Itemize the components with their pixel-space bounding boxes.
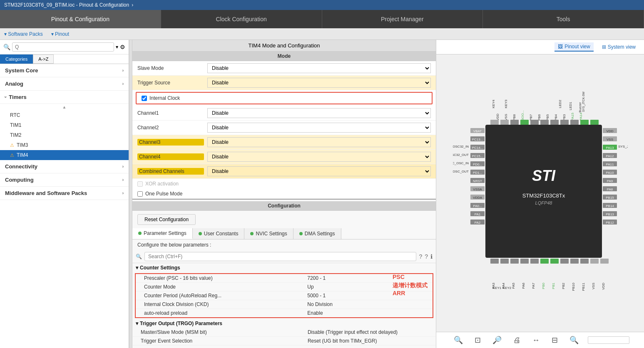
channel3-select[interactable]: Disable xyxy=(207,137,431,147)
dot-icon xyxy=(138,232,142,235)
dot-icon xyxy=(299,232,303,235)
channel2-select[interactable]: Disable xyxy=(207,123,431,133)
chevron-right-icon: › xyxy=(122,164,124,169)
nav-tab-tools[interactable]: Tools xyxy=(483,10,644,28)
scroll-up[interactable]: ▲ xyxy=(0,104,129,110)
param-name-period: Counter Period (AutoReload Reg... xyxy=(135,291,299,300)
title-text: STM32F103C8T6_09_BTIM.ioc - Pinout & Con… xyxy=(4,2,129,8)
channel1-select[interactable]: Disable xyxy=(207,108,431,118)
software-packs-link[interactable]: ▾ Software Packs xyxy=(4,31,43,37)
dot-icon xyxy=(250,232,254,235)
sub-nav: ▾ Software Packs ▾ Pinout xyxy=(0,28,644,40)
slave-mode-select[interactable]: Disable xyxy=(207,63,431,73)
nav-tab-pinout[interactable]: Pinout & Configuration xyxy=(0,10,161,28)
param-value-ckd[interactable]: No Division xyxy=(299,300,433,309)
param-value-msm[interactable]: Disable (Trigger input effect not delaye… xyxy=(299,328,436,337)
config-tabs: Parameter Settings User Constants NVIC S… xyxy=(132,228,436,239)
param-value-preload[interactable]: Enable xyxy=(299,309,433,318)
sidebar-item-system-core[interactable]: System Core › xyxy=(0,64,129,77)
sidebar-item-connectivity[interactable]: Connectivity › xyxy=(0,160,129,173)
param-search-input[interactable] xyxy=(144,252,416,261)
svg-rect-86 xyxy=(550,259,559,264)
tab-dma-settings[interactable]: DMA Settings xyxy=(293,228,341,239)
svg-text:PA1: PA1 xyxy=(474,212,480,216)
bottom-toolbar: 🔍 ⊡ 🔎 🖨 ↔ ⊟ 🔍 xyxy=(436,332,644,348)
svg-text:RCC_OSC32_OUT: RCC_OSC32_OUT xyxy=(453,153,469,157)
tab-categories[interactable]: Categories xyxy=(0,54,33,64)
config-header: Configuration xyxy=(132,201,436,211)
one-pulse-row: One Pulse Mode xyxy=(132,189,436,199)
svg-text:VDD: VDD xyxy=(602,282,605,289)
svg-text:PB5: PB5 xyxy=(546,114,550,121)
help-icon-1[interactable]: ? xyxy=(419,253,422,260)
chip-search-input[interactable] xyxy=(588,336,629,344)
channel4-select[interactable]: Disable xyxy=(207,152,431,162)
svg-rect-85 xyxy=(540,259,549,264)
svg-text:KEY4: KEY4 xyxy=(492,99,495,108)
internal-clock-checkbox[interactable] xyxy=(142,96,147,101)
tab-nvic-settings[interactable]: NVIC Settings xyxy=(244,228,293,239)
main-content: 🔍 ▾ ⚙ Categories A->Z System Core › Anal… xyxy=(0,40,644,348)
trigger-source-row: Trigger Source Disable xyxy=(132,76,436,90)
param-value-trgo[interactable]: Reset (UG bit from TIMx_EGR) xyxy=(299,337,436,346)
tab-az[interactable]: A->Z xyxy=(33,54,54,64)
one-pulse-checkbox[interactable] xyxy=(137,191,143,197)
combined-channels-select[interactable]: Disable xyxy=(207,166,431,176)
svg-text:BOO...: BOO... xyxy=(521,110,525,120)
svg-text:VDDA: VDDA xyxy=(472,196,482,200)
counter-settings-header[interactable]: ▾ Counter Settings xyxy=(132,263,436,272)
mode-section: Mode Slave Mode Disable Trigger Source D… xyxy=(132,52,436,200)
layout-button[interactable]: ↔ xyxy=(530,335,542,346)
zoom-out-button[interactable]: 🔍 xyxy=(451,335,465,346)
sidebar-item-rtc[interactable]: RTC xyxy=(0,110,129,120)
sidebar-item-timers[interactable]: › Timers xyxy=(0,91,129,104)
nav-tab-clock[interactable]: Clock Configuration xyxy=(161,10,322,28)
svg-rect-88 xyxy=(570,259,579,264)
svg-rect-84 xyxy=(530,259,539,264)
svg-rect-91 xyxy=(600,259,609,264)
chevron-down-icon: › xyxy=(3,96,8,98)
export-button[interactable]: 🖨 xyxy=(511,335,523,346)
internal-clock-row: Internal Clock xyxy=(136,92,433,104)
help-icon-2[interactable]: ? xyxy=(425,253,428,260)
sidebar-search-input[interactable] xyxy=(12,42,114,52)
tab-param-settings[interactable]: Parameter Settings xyxy=(132,228,193,239)
sidebar-item-tim1[interactable]: TIM1 xyxy=(0,120,129,130)
tab-pinout-view[interactable]: 🖼 Pinout view xyxy=(554,42,593,52)
grid-button[interactable]: ⊟ xyxy=(549,335,560,346)
xor-checkbox[interactable] xyxy=(137,181,143,187)
reset-config-button[interactable]: Reset Configuration xyxy=(137,214,196,225)
channel3-row: Channel3 Disable xyxy=(132,135,436,150)
nav-tab-project[interactable]: Project Manager xyxy=(322,10,483,28)
info-icon[interactable]: ℹ xyxy=(430,253,433,260)
trigger-output-header[interactable]: ▾ Trigger Output (TRGO) Parameters xyxy=(132,319,436,328)
sidebar-item-analog[interactable]: Analog › xyxy=(0,77,129,91)
svg-rect-25 xyxy=(580,120,589,125)
sidebar-item-tim4[interactable]: ⚠ TIM4 xyxy=(0,150,129,160)
svg-text:VDD: VDD xyxy=(606,129,613,133)
trigger-source-select[interactable]: Disable xyxy=(207,78,431,88)
chevron-down-icon: ▾ xyxy=(136,265,138,271)
counter-settings-table: Prescaler (PSC - 16 bits value) 7200 - 1… xyxy=(135,273,433,318)
resize-handle[interactable] xyxy=(129,40,132,348)
svg-text:PC13...: PC13... xyxy=(472,138,483,141)
tab-system-view[interactable]: ⊞ System view xyxy=(599,43,639,51)
zoom-in-button[interactable]: 🔎 xyxy=(490,335,504,346)
title-arrow: › xyxy=(132,2,133,8)
channel3-label: Channel3 xyxy=(137,139,204,146)
svg-text:VSS: VSS xyxy=(606,138,613,141)
svg-text:PB10: PB10 xyxy=(572,282,575,291)
fit-view-button[interactable]: ⊡ xyxy=(472,335,483,346)
svg-text:PA6: PA6 xyxy=(522,282,525,289)
tab-user-constants[interactable]: User Constants xyxy=(193,228,245,239)
settings-icon[interactable]: ⚙ xyxy=(120,44,125,50)
svg-text:PA8: PA8 xyxy=(607,188,613,191)
svg-text:VSS: VSS xyxy=(504,114,508,120)
sidebar-item-tim2[interactable]: TIM2 xyxy=(0,130,129,140)
search-chip-button[interactable]: 🔍 xyxy=(567,335,581,346)
sidebar-item-middleware[interactable]: Middleware and Software Packs › xyxy=(0,187,129,200)
sidebar: 🔍 ▾ ⚙ Categories A->Z System Core › Anal… xyxy=(0,40,129,348)
pinout-link[interactable]: ▾ Pinout xyxy=(51,31,69,37)
sidebar-item-computing[interactable]: Computing › xyxy=(0,173,129,187)
sidebar-item-tim3[interactable]: ⚠ TIM3 xyxy=(0,140,129,150)
